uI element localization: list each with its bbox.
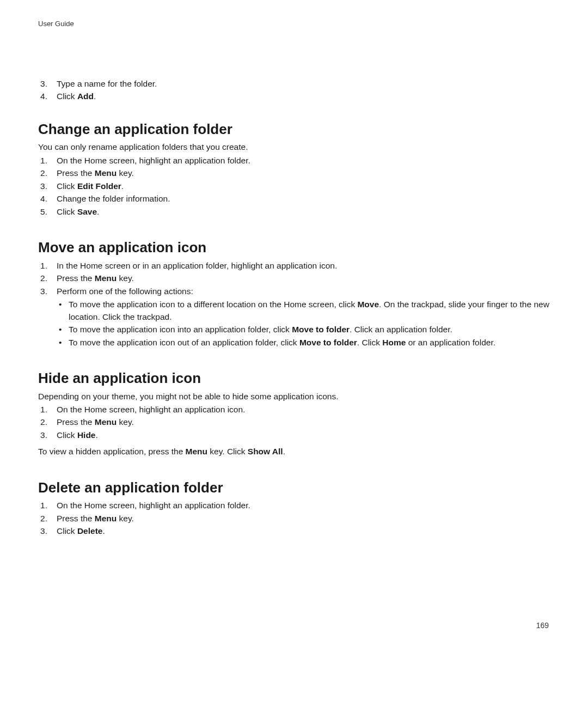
section: Move an application iconIn the Home scre… [38,239,550,349]
step-item: Type a name for the folder. [38,78,550,90]
bold-term: Save [77,207,97,216]
prelude-steps: Type a name for the folder.Click Add. [38,78,550,103]
step-list: In the Home screen or in an application … [38,260,550,349]
step-item: In the Home screen or in an application … [38,260,550,272]
step-item: On the Home screen, highlight an applica… [38,155,550,167]
section: Change an application folderYou can only… [38,120,550,218]
bold-term: Menu [95,514,117,523]
section-intro: You can only rename application folders … [38,141,550,153]
page-number: 169 [536,621,549,630]
sections-container: Change an application folderYou can only… [38,120,550,538]
step-item: Perform one of the following actions:To … [38,285,550,349]
step-item: Click Add. [38,90,550,102]
step-list: On the Home screen, highlight an applica… [38,500,550,537]
step-item: Click Hide. [38,429,550,441]
step-list: On the Home screen, highlight an applica… [38,404,550,441]
step-item: Press the Menu key. [38,167,550,179]
step-list: On the Home screen, highlight an applica… [38,155,550,218]
section-intro: Depending on your theme, you might not b… [38,391,550,403]
bold-term: Hide [77,430,96,440]
bold-term: Menu [95,417,117,427]
section-heading: Change an application folder [38,120,550,138]
bullet-item: To move the application icon to a differ… [57,299,550,323]
section: Delete an application folderOn the Home … [38,479,550,538]
bold-term: Move [357,300,379,309]
step-item: On the Home screen, highlight an applica… [38,404,550,416]
bold-term: Menu [95,273,117,283]
step-item: Click Edit Folder. [38,180,550,192]
section: Hide an application iconDepending on you… [38,369,550,458]
bullet-list: To move the application icon to a differ… [57,299,550,349]
section-heading: Hide an application icon [38,369,550,387]
bold-term: Delete [77,526,103,535]
bold-term: Menu [95,168,117,178]
bold-term: Add [77,92,94,101]
step-item: Click Save. [38,206,550,218]
step-item: Press the Menu key. [38,272,550,284]
bold-term: Move to folder [299,338,357,347]
section-heading: Move an application icon [38,239,550,257]
bullet-item: To move the application icon out of an a… [57,337,550,349]
bold-term: Move to folder [292,325,350,334]
page-header: User Guide [38,20,550,28]
section-heading: Delete an application folder [38,479,550,497]
section-note: To view a hidden application, press the … [38,446,550,458]
bold-term: Menu [186,447,207,456]
bold-term: Show All [248,447,283,456]
bullet-item: To move the application icon into an app… [57,324,550,336]
step-item: Press the Menu key. [38,513,550,525]
step-item: On the Home screen, highlight an applica… [38,500,550,512]
step-list: Type a name for the folder.Click Add. [38,78,550,103]
document-page: User Guide Type a name for the folder.Cl… [0,0,588,706]
bold-term: Home [382,338,406,347]
step-item: Change the folder information. [38,193,550,205]
step-item: Click Delete. [38,525,550,537]
bold-term: Edit Folder [77,181,121,191]
step-item: Press the Menu key. [38,416,550,428]
